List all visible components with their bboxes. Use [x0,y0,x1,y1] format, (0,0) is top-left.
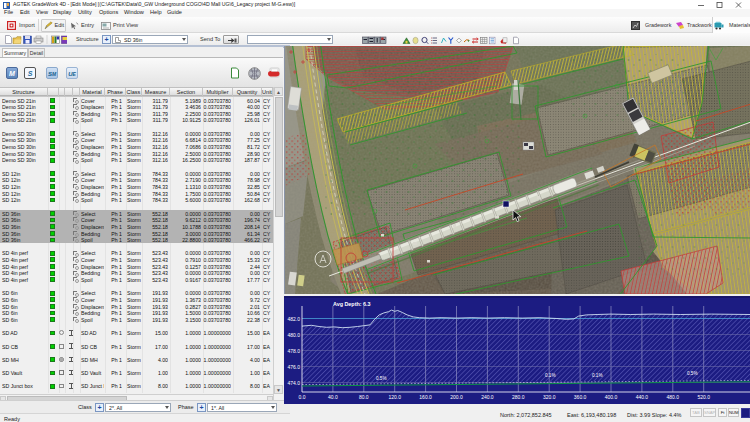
svg-text:0.0: 0.0 [299,394,306,400]
svg-text:160.0: 160.0 [419,394,432,400]
svg-text:482.0: 482.0 [287,316,300,322]
svg-text:120.0: 120.0 [388,394,401,400]
svg-text:Avg Depth: 6.3: Avg Depth: 6.3 [333,301,371,307]
svg-text:480.0: 480.0 [287,332,300,338]
svg-text:40.0: 40.0 [328,394,338,400]
svg-text:476.0: 476.0 [287,364,300,370]
svg-text:280.0: 280.0 [512,394,525,400]
svg-text:0.5%: 0.5% [687,371,697,376]
svg-text:240.0: 240.0 [481,394,494,400]
svg-text:480.0: 480.0 [667,394,680,400]
svg-text:520.0: 520.0 [697,394,710,400]
svg-text:400.0: 400.0 [605,394,618,400]
svg-text:80.0: 80.0 [359,394,369,400]
svg-text:478.0: 478.0 [287,348,300,354]
svg-text:360.0: 360.0 [574,394,587,400]
svg-text:474.0: 474.0 [287,380,300,386]
svg-text:0.1%: 0.1% [545,373,555,378]
svg-text:440.0: 440.0 [636,394,649,400]
svg-text:200.0: 200.0 [450,394,463,400]
svg-text:0.5%: 0.5% [376,376,386,381]
svg-text:0.1%: 0.1% [592,373,602,378]
svg-text:320.0: 320.0 [543,394,556,400]
